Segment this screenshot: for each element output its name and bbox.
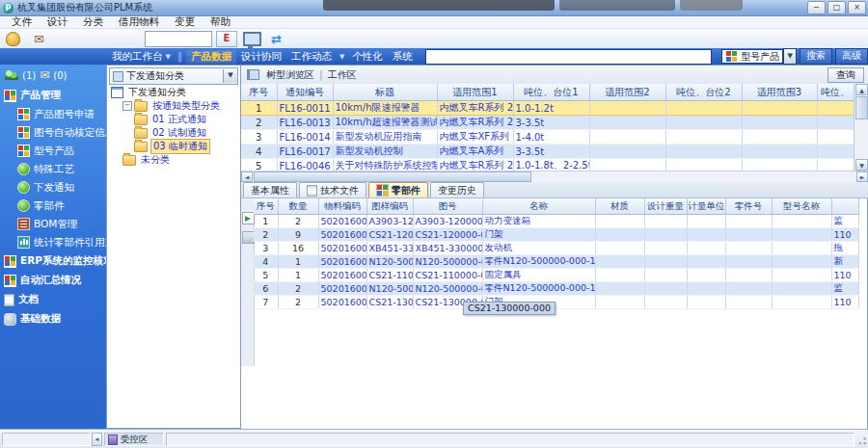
tree-node[interactable]: 下发通知分类	[109, 86, 238, 99]
sidebar-item[interactable]: 产品图号申请	[0, 105, 106, 123]
sidebar-item[interactable]: 下发通知	[0, 178, 106, 197]
column-header[interactable]: 通知编号	[277, 84, 333, 101]
column-header[interactable]: 型号名称	[772, 198, 831, 215]
table-row[interactable]: 3FL16-0014新型发动机应用指南内燃叉车XF系列1-4.0t	[241, 130, 854, 145]
tree-expander-icon[interactable]: −	[122, 101, 132, 111]
sidebar-item[interactable]: 零部件	[0, 197, 106, 215]
table-row[interactable]: 4FL16-0017新型发动机控制内燃叉车A系列3-3.5t	[241, 145, 854, 159]
sidebar-item[interactable]: 型号产品	[0, 142, 106, 160]
nav-item[interactable]: 个性化	[347, 50, 388, 64]
column-header[interactable]: 图样编码	[366, 198, 413, 215]
tree-node[interactable]: 01 正式通知	[109, 113, 238, 126]
column-header[interactable]: 序号	[254, 198, 278, 215]
tree-filter-dropdown[interactable]: 下发通知分类 ▼	[109, 67, 238, 85]
sidebar-item[interactable]: BOM管理	[0, 215, 106, 233]
online-users-icon[interactable]	[5, 70, 18, 81]
inbox-mail-icon[interactable]: ✉	[40, 68, 49, 82]
tab-work-area[interactable]: 工作区	[325, 68, 360, 82]
column-header[interactable]: 适用范围1	[437, 84, 513, 101]
chevron-down-icon[interactable]: ▼	[339, 53, 344, 61]
column-header[interactable]: 名称	[482, 198, 595, 215]
menu-item[interactable]: 文件	[4, 15, 40, 29]
table-row[interactable]: 125020160026A3903-12000...A3903-120000-A…	[254, 215, 858, 228]
tree-node[interactable]: 未分类	[109, 153, 238, 167]
column-header[interactable]: 序号	[241, 84, 277, 101]
monitor-icon[interactable]	[243, 32, 261, 46]
sidebar-group[interactable]: 文档	[0, 290, 106, 309]
tree-node[interactable]: 02 试制通知	[109, 126, 238, 140]
global-search-input[interactable]	[425, 49, 713, 65]
column-header[interactable]: 数量	[278, 198, 318, 215]
mail-icon[interactable]: ✉	[34, 32, 44, 46]
advanced-search-button[interactable]: 高级	[835, 48, 868, 65]
sidebar-group[interactable]: 自动汇总情况	[0, 271, 106, 290]
menu-item[interactable]: 分类	[75, 15, 111, 29]
column-header[interactable]: 计量单位	[687, 198, 725, 215]
sidebar-group[interactable]: 基础数据	[0, 309, 106, 329]
scroll-right-icon[interactable]: ►	[856, 171, 868, 182]
column-header[interactable]: 吨位、台位1	[513, 84, 589, 101]
table-row[interactable]: 3165020160025XB451-3300XB451-330000-A00发…	[254, 242, 858, 255]
table-row[interactable]: 295020160017CS21-120000CS21-120000-000门架…	[254, 228, 858, 242]
nav-item[interactable]: 工作动态	[286, 50, 337, 64]
tab-detail[interactable]: 变更历史	[430, 182, 484, 198]
minimize-button[interactable]: ─	[807, 1, 826, 14]
workbench-label[interactable]: 我的工作台	[112, 50, 163, 64]
search-scope-dropdown[interactable]: 型号产品	[721, 49, 783, 64]
alarm-icon[interactable]	[6, 32, 20, 46]
table-row[interactable]: 2FL16-001310km/h超速报警器测试内燃叉车R系列 20123-3.5…	[241, 116, 854, 130]
menu-item[interactable]: 变更	[167, 15, 203, 29]
nav-item[interactable]: 系统	[388, 50, 418, 64]
resize-grip[interactable]	[855, 436, 867, 448]
chevron-down-icon[interactable]: ▼	[166, 53, 171, 61]
scrollbar-thumb[interactable]	[855, 96, 868, 119]
scroll-left-icon[interactable]: ◄	[241, 171, 253, 182]
nav-item[interactable]: 设计协同	[236, 50, 286, 64]
menu-item[interactable]: 借用物料	[111, 15, 167, 29]
table-row[interactable]: 515020160015CS21-110000...CS21-110000-00…	[254, 269, 858, 282]
nav-item[interactable]: 产品数据	[186, 50, 236, 64]
table-row[interactable]: 5FL16-0046关于对特殊防护系统控制...内燃叉车R系列 2012...1…	[241, 159, 854, 171]
menu-item[interactable]: 设计	[40, 15, 75, 29]
table-row[interactable]: 725020160018CS21-130000...CS21-130000-00…	[254, 296, 858, 309]
search-button[interactable]: 搜索	[800, 48, 832, 65]
close-button[interactable]: ×	[848, 1, 866, 14]
tab-tree-view[interactable]: 树型浏览区	[263, 68, 317, 82]
tab-detail[interactable]: 基本属性	[243, 182, 297, 198]
stamp-icon[interactable]: E	[216, 31, 237, 47]
tree-node[interactable]: 03 临时通知	[109, 140, 238, 153]
tab-active-detail[interactable]: 零部件	[368, 182, 428, 198]
tree-filter-arrow-icon[interactable]: ▼	[223, 69, 237, 83]
query-button[interactable]: 查询	[827, 67, 864, 83]
sidebar-item[interactable]: 特殊工艺	[0, 160, 106, 178]
column-header[interactable]	[831, 198, 858, 215]
column-header[interactable]: 图号	[413, 198, 482, 215]
scrollbar-thumb[interactable]	[254, 171, 531, 182]
column-header[interactable]: 标题	[333, 84, 437, 101]
column-header[interactable]: 适用范围3	[742, 84, 817, 101]
table-row[interactable]: 1FL16-001110km/h限速报警器内燃叉车R系列 2012...1.0-…	[241, 101, 854, 116]
table-row[interactable]: 625020160004N120-500000...N120-500000-00…	[254, 282, 858, 296]
column-header[interactable]: 设计重量	[644, 198, 687, 215]
tab-detail[interactable]: 技术文件	[299, 182, 366, 198]
sidebar-group[interactable]: ERP系统的监控核对	[0, 251, 106, 271]
column-header[interactable]: 物料编码	[318, 198, 366, 215]
column-header[interactable]: 材质	[595, 198, 644, 215]
maximize-button[interactable]: □	[827, 1, 846, 14]
column-header[interactable]: 零件号	[725, 198, 772, 215]
column-header[interactable]: 吨位、	[817, 84, 854, 101]
scroll-down-icon[interactable]: ▼	[855, 159, 868, 171]
sidebar-item[interactable]: 统计零部件引用次数	[0, 233, 106, 251]
scope-dropdown-arrow-icon[interactable]: ▼	[783, 48, 797, 65]
toolbar-search-input[interactable]	[145, 31, 212, 47]
refresh-icon[interactable]: ⇄	[271, 32, 282, 46]
column-header[interactable]: 吨位、台位2	[665, 84, 742, 101]
table-row[interactable]: 415020160003N120-500000...N120-500000-00…	[254, 255, 858, 269]
column-header[interactable]: 适用范围2	[589, 84, 665, 101]
tree-node[interactable]: −按通知类型分类	[109, 99, 238, 113]
sidebar-item[interactable]: 图号自动核定信息	[0, 123, 106, 142]
scroll-up-icon[interactable]: ▲	[855, 84, 868, 95]
menu-item[interactable]: 帮助	[203, 15, 238, 29]
notice-vertical-scrollbar[interactable]: ▲ ▼	[854, 84, 868, 171]
status-left-arrow-icon[interactable]: ◂	[92, 433, 102, 446]
